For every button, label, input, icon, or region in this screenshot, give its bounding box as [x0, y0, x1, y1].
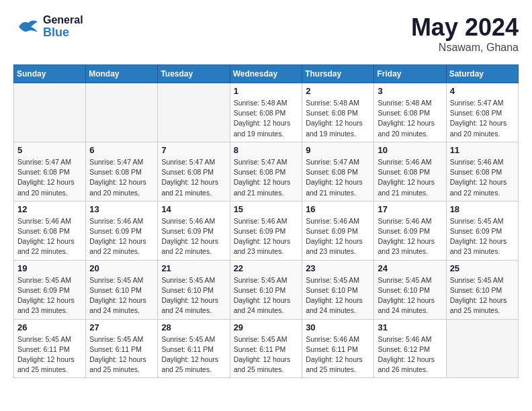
day-cell-2: 2Sunrise: 5:48 AMSunset: 6:08 PMDaylight…	[302, 83, 374, 142]
day-cell-20: 20Sunrise: 5:45 AMSunset: 6:10 PMDayligh…	[86, 260, 158, 319]
day-info: Sunrise: 5:45 AMSunset: 6:10 PMDaylight:…	[378, 275, 442, 316]
col-header-saturday: Saturday	[446, 65, 518, 83]
day-number: 27	[89, 322, 154, 332]
day-cell-31: 31Sunrise: 5:46 AMSunset: 6:12 PMDayligh…	[374, 319, 446, 378]
week-row-2: 5Sunrise: 5:47 AMSunset: 6:08 PMDaylight…	[14, 142, 519, 201]
day-cell-9: 9Sunrise: 5:47 AMSunset: 6:08 PMDaylight…	[302, 142, 374, 201]
day-number: 14	[161, 204, 226, 214]
day-info: Sunrise: 5:47 AMSunset: 6:08 PMDaylight:…	[89, 157, 154, 198]
calendar-header-row: SundayMondayTuesdayWednesdayThursdayFrid…	[14, 65, 519, 83]
day-number: 6	[89, 145, 154, 155]
day-info: Sunrise: 5:46 AMSunset: 6:09 PMDaylight:…	[378, 216, 442, 257]
day-cell-27: 27Sunrise: 5:45 AMSunset: 6:11 PMDayligh…	[86, 319, 158, 378]
day-number: 21	[161, 263, 226, 273]
day-cell-23: 23Sunrise: 5:45 AMSunset: 6:10 PMDayligh…	[302, 260, 374, 319]
day-cell-16: 16Sunrise: 5:46 AMSunset: 6:09 PMDayligh…	[302, 201, 374, 260]
day-number: 22	[234, 263, 299, 273]
logo: General Blue	[13, 13, 83, 40]
day-number: 30	[306, 322, 370, 332]
day-cell-26: 26Sunrise: 5:45 AMSunset: 6:11 PMDayligh…	[14, 319, 86, 378]
day-info: Sunrise: 5:47 AMSunset: 6:08 PMDaylight:…	[450, 98, 515, 139]
day-cell-5: 5Sunrise: 5:47 AMSunset: 6:08 PMDaylight…	[14, 142, 86, 201]
day-cell-18: 18Sunrise: 5:45 AMSunset: 6:09 PMDayligh…	[446, 201, 518, 260]
day-info: Sunrise: 5:46 AMSunset: 6:09 PMDaylight:…	[234, 216, 299, 257]
day-info: Sunrise: 5:46 AMSunset: 6:11 PMDaylight:…	[306, 334, 370, 375]
day-info: Sunrise: 5:46 AMSunset: 6:09 PMDaylight:…	[161, 216, 226, 257]
day-cell-24: 24Sunrise: 5:45 AMSunset: 6:10 PMDayligh…	[374, 260, 446, 319]
week-row-1: 1Sunrise: 5:48 AMSunset: 6:08 PMDaylight…	[14, 83, 519, 142]
day-info: Sunrise: 5:48 AMSunset: 6:08 PMDaylight:…	[234, 98, 299, 139]
day-number: 25	[450, 263, 515, 273]
day-cell-11: 11Sunrise: 5:46 AMSunset: 6:08 PMDayligh…	[446, 142, 518, 201]
day-info: Sunrise: 5:45 AMSunset: 6:11 PMDaylight:…	[89, 334, 154, 375]
day-info: Sunrise: 5:47 AMSunset: 6:08 PMDaylight:…	[161, 157, 226, 198]
day-number: 15	[234, 204, 299, 214]
day-info: Sunrise: 5:45 AMSunset: 6:10 PMDaylight:…	[450, 275, 515, 316]
logo-name: General Blue	[43, 14, 83, 39]
month-year-title: May 2024	[411, 13, 519, 42]
day-info: Sunrise: 5:46 AMSunset: 6:08 PMDaylight:…	[450, 157, 515, 198]
col-header-sunday: Sunday	[14, 65, 86, 83]
day-cell-29: 29Sunrise: 5:45 AMSunset: 6:11 PMDayligh…	[230, 319, 302, 378]
day-info: Sunrise: 5:45 AMSunset: 6:11 PMDaylight:…	[161, 334, 226, 375]
day-cell-30: 30Sunrise: 5:46 AMSunset: 6:11 PMDayligh…	[302, 319, 374, 378]
day-info: Sunrise: 5:47 AMSunset: 6:08 PMDaylight:…	[17, 157, 82, 198]
day-number: 16	[306, 204, 370, 214]
day-info: Sunrise: 5:45 AMSunset: 6:11 PMDaylight:…	[17, 334, 82, 375]
day-info: Sunrise: 5:45 AMSunset: 6:10 PMDaylight:…	[161, 275, 226, 316]
day-number: 4	[450, 86, 515, 96]
day-cell-21: 21Sunrise: 5:45 AMSunset: 6:10 PMDayligh…	[158, 260, 230, 319]
day-info: Sunrise: 5:45 AMSunset: 6:11 PMDaylight:…	[234, 334, 299, 375]
day-info: Sunrise: 5:46 AMSunset: 6:08 PMDaylight:…	[17, 216, 82, 257]
day-cell-3: 3Sunrise: 5:48 AMSunset: 6:08 PMDaylight…	[374, 83, 446, 142]
col-header-monday: Monday	[86, 65, 158, 83]
day-cell-22: 22Sunrise: 5:45 AMSunset: 6:10 PMDayligh…	[230, 260, 302, 319]
day-number: 23	[306, 263, 370, 273]
day-cell-15: 15Sunrise: 5:46 AMSunset: 6:09 PMDayligh…	[230, 201, 302, 260]
day-info: Sunrise: 5:46 AMSunset: 6:09 PMDaylight:…	[306, 216, 370, 257]
empty-cell	[14, 83, 86, 142]
day-number: 1	[234, 86, 299, 96]
empty-cell	[446, 319, 518, 378]
day-cell-25: 25Sunrise: 5:45 AMSunset: 6:10 PMDayligh…	[446, 260, 518, 319]
day-number: 20	[89, 263, 154, 273]
day-cell-6: 6Sunrise: 5:47 AMSunset: 6:08 PMDaylight…	[86, 142, 158, 201]
day-info: Sunrise: 5:47 AMSunset: 6:08 PMDaylight:…	[234, 157, 299, 198]
day-number: 12	[17, 204, 82, 214]
day-number: 29	[234, 322, 299, 332]
day-info: Sunrise: 5:46 AMSunset: 6:09 PMDaylight:…	[89, 216, 154, 257]
day-info: Sunrise: 5:45 AMSunset: 6:10 PMDaylight:…	[234, 275, 299, 316]
day-number: 19	[17, 263, 82, 273]
day-cell-4: 4Sunrise: 5:47 AMSunset: 6:08 PMDaylight…	[446, 83, 518, 142]
logo-blue-text: Blue	[43, 26, 83, 40]
logo-general-text: General	[43, 14, 83, 26]
col-header-tuesday: Tuesday	[158, 65, 230, 83]
day-info: Sunrise: 5:47 AMSunset: 6:08 PMDaylight:…	[306, 157, 370, 198]
week-row-3: 12Sunrise: 5:46 AMSunset: 6:08 PMDayligh…	[14, 201, 519, 260]
day-cell-1: 1Sunrise: 5:48 AMSunset: 6:08 PMDaylight…	[230, 83, 302, 142]
day-cell-28: 28Sunrise: 5:45 AMSunset: 6:11 PMDayligh…	[158, 319, 230, 378]
day-cell-17: 17Sunrise: 5:46 AMSunset: 6:09 PMDayligh…	[374, 201, 446, 260]
week-row-5: 26Sunrise: 5:45 AMSunset: 6:11 PMDayligh…	[14, 319, 519, 378]
day-info: Sunrise: 5:45 AMSunset: 6:10 PMDaylight:…	[89, 275, 154, 316]
empty-cell	[86, 83, 158, 142]
logo-icon	[13, 13, 40, 40]
day-info: Sunrise: 5:45 AMSunset: 6:10 PMDaylight:…	[306, 275, 370, 316]
day-number: 24	[378, 263, 442, 273]
day-info: Sunrise: 5:48 AMSunset: 6:08 PMDaylight:…	[378, 98, 442, 139]
week-row-4: 19Sunrise: 5:45 AMSunset: 6:09 PMDayligh…	[14, 260, 519, 319]
day-info: Sunrise: 5:45 AMSunset: 6:09 PMDaylight:…	[17, 275, 82, 316]
day-number: 10	[378, 145, 442, 155]
day-cell-13: 13Sunrise: 5:46 AMSunset: 6:09 PMDayligh…	[86, 201, 158, 260]
day-number: 18	[450, 204, 515, 214]
day-info: Sunrise: 5:48 AMSunset: 6:08 PMDaylight:…	[306, 98, 370, 139]
day-info: Sunrise: 5:45 AMSunset: 6:09 PMDaylight:…	[450, 216, 515, 257]
col-header-wednesday: Wednesday	[230, 65, 302, 83]
day-cell-19: 19Sunrise: 5:45 AMSunset: 6:09 PMDayligh…	[14, 260, 86, 319]
day-info: Sunrise: 5:46 AMSunset: 6:12 PMDaylight:…	[378, 334, 442, 375]
day-number: 7	[161, 145, 226, 155]
day-number: 13	[89, 204, 154, 214]
day-number: 17	[378, 204, 442, 214]
page-header: General Blue May 2024 Nsawam, Ghana	[13, 13, 519, 54]
col-header-friday: Friday	[374, 65, 446, 83]
